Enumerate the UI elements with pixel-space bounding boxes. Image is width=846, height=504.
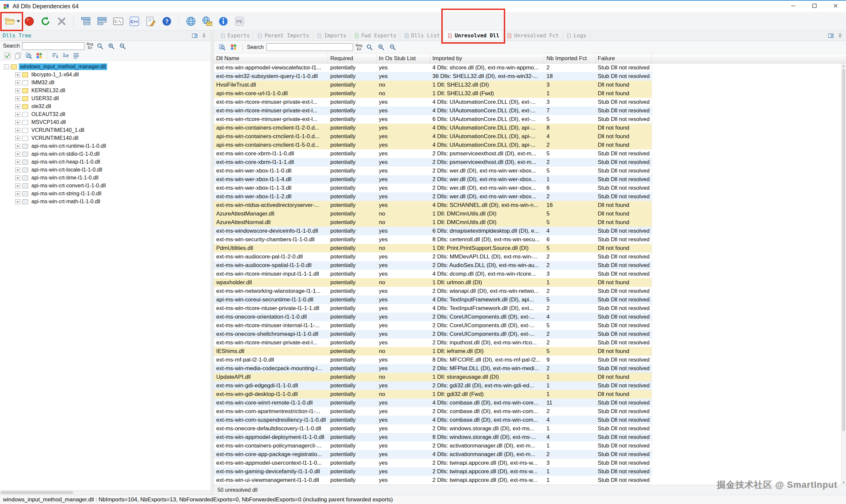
table-row[interactable]: ext-ms-win-wer-xbox-l1-1-2.dllpotentiall…	[214, 192, 652, 201]
table-row[interactable]: PdmUtilities.dllpotentiallyno1 Dll: Prin…	[214, 244, 652, 252]
expand-toggle[interactable]: +	[15, 191, 20, 196]
table-row[interactable]: ext-ms-win-appmodel-usercontext-l1-1-0..…	[214, 459, 652, 467]
expand-toggle[interactable]: +	[15, 199, 20, 204]
table-row[interactable]: api-ms-win-containers-cmclient-l1-5-0.d.…	[214, 141, 652, 149]
tree-item[interactable]: +KERNEL32.dll	[0, 87, 211, 94]
table-row[interactable]: ext-ms-win-ntdsa-activedirectoryserver-.…	[214, 201, 652, 210]
tree-item[interactable]: +api-ms-win-crt-string-l1-1-0.dll	[0, 190, 211, 198]
tree-item[interactable]: +api-ms-win-crt-heap-l1-1-0.dll	[0, 158, 211, 166]
dock-layout-icon[interactable]	[191, 32, 199, 40]
table-row[interactable]: ext-ms-win-oobe-query-l1-1-0.dllpotentia…	[214, 485, 652, 485]
expand-toggle[interactable]: +	[15, 128, 20, 133]
tree-item[interactable]: +api-ms-win-crt-locale-l1-1-0.dll	[0, 166, 211, 174]
table-row[interactable]: IEShims.dllpotentiallyno1 Dll: ieframe.d…	[214, 347, 652, 356]
tree-item[interactable]: +MSVCP140.dll	[0, 118, 211, 126]
table-row[interactable]: api-ms-win-containers-cmclient-l1-1-0.d.…	[214, 132, 652, 141]
table-row[interactable]: ext-ms-win-rtcore-ntuser-private-l1-1-1.…	[214, 304, 652, 313]
export-grid-icon[interactable]	[229, 43, 238, 52]
edit-config-button[interactable]	[143, 14, 158, 29]
tree-item[interactable]: +USER32.dll	[0, 94, 211, 103]
tree-node-label[interactable]: api-ms-win-crt-time-l1-1-0.dll	[30, 175, 100, 181]
collapse-tree-button[interactable]	[94, 14, 109, 29]
tree-node-label[interactable]: api-ms-win-crt-heap-l1-1-0.dll	[30, 159, 102, 165]
tree-item[interactable]: -windows_input_method_manager.dll	[0, 63, 211, 71]
tab-imports[interactable]: Imports	[313, 31, 350, 41]
table-row[interactable]: ext-ms-win-rtcore-minuser-private-ext-l.…	[214, 338, 652, 347]
tree-node-label[interactable]: windows_input_method_manager.dll	[19, 64, 107, 70]
tree-item[interactable]: +VCRUNTIME140.dll	[0, 134, 211, 142]
table-row[interactable]: ext-ms-win-core-xbrm-l1-1-1.dllpotential…	[214, 158, 652, 166]
tab-logs[interactable]: Logs	[563, 31, 591, 41]
check-all-icon[interactable]	[3, 51, 12, 60]
tree-node-label[interactable]: VCRUNTIME140.dll	[30, 135, 80, 141]
table-row[interactable]: ext-ms-win-audiocore-spatial-l1-1-0.dllp…	[214, 261, 652, 270]
table-row[interactable]: api-ms-win-core-url-l1-1-0.dllpotentiall…	[214, 89, 652, 98]
flat-list-icon[interactable]	[72, 51, 81, 60]
tree-node-label[interactable]: IMM32.dll	[30, 79, 56, 86]
expand-toggle[interactable]: +	[15, 136, 20, 141]
table-row[interactable]: ext-ms-win-audiocore-pal-l1-2-0.dllpoten…	[214, 252, 652, 261]
table-row[interactable]: ext-ms-win-security-chambers-l1-1-0.dllp…	[214, 235, 652, 244]
expand-toggle[interactable]: +	[15, 183, 20, 188]
table-row[interactable]: ext-ms-win32-subsystem-query-l1-1-0.dllp…	[214, 72, 652, 80]
table-row[interactable]: ext-ms-win-wer-xbox-l1-1-3.dllpotentiall…	[214, 184, 652, 192]
tree-node-label[interactable]: api-ms-win-crt-string-l1-1-0.dll	[30, 191, 103, 197]
table-row[interactable]: AzureAttestManager.dllpotentiallyno1 Dll…	[214, 210, 652, 218]
minimize-button[interactable]	[782, 1, 804, 12]
table-row[interactable]: HvsiFileTrust.dllpotentiallyno1 Dll: SHE…	[214, 80, 652, 89]
table-row[interactable]: ext-ms-win-rtcore-minuser-private-ext-l.…	[214, 98, 652, 106]
expand-toggle[interactable]: +	[15, 88, 20, 93]
table-row[interactable]: ext-ms-win-rtcore-minuser-private-ext-l.…	[214, 106, 652, 115]
tree-node-label[interactable]: ole32.dll	[30, 103, 53, 110]
table-row[interactable]: wpaxholder.dllpotentiallyno1 Dll: urlmon…	[214, 278, 652, 287]
tree-item[interactable]: +api-ms-win-crt-math-l1-1-0.dll	[0, 198, 211, 205]
table-row[interactable]: ext-ms-win-gdi-desktop-l1-1-0.dllpotenti…	[214, 390, 652, 399]
search-prev-icon[interactable]	[118, 42, 127, 51]
table-row[interactable]: ext-ms-onecore-orientation-l1-1-0.dllpot…	[214, 313, 652, 321]
about-button[interactable]	[216, 14, 230, 29]
tree-node-label[interactable]: OLEAUT32.dll	[30, 111, 67, 118]
website-button[interactable]	[183, 14, 198, 29]
expand-toggle[interactable]: +	[15, 144, 20, 149]
collapse-list-icon[interactable]	[61, 51, 70, 60]
tree-node-label[interactable]: api-ms-win-crt-convert-l1-1-0.dll	[30, 182, 107, 189]
scrollbar-thumb[interactable]	[842, 69, 845, 431]
column-header-required[interactable]: Required	[328, 54, 377, 63]
pin-icon[interactable]	[200, 32, 208, 40]
open-file-button[interactable]	[3, 14, 17, 29]
table-row[interactable]: ext-ms-win-ui-viewmanagement-l1-1-0.dllp…	[214, 476, 652, 485]
tab-parent-imports[interactable]: Parent Imports	[254, 31, 313, 41]
tree-node-label[interactable]: KERNEL32.dll	[30, 87, 67, 94]
expand-tree-button[interactable]	[78, 14, 93, 29]
tree-search-input[interactable]	[22, 42, 84, 50]
search-next-icon[interactable]	[107, 42, 116, 51]
table-row[interactable]: ext-ms-windowscore-deviceinfo-l1-1-0.dll…	[214, 227, 652, 235]
tree-item[interactable]: +IMM32.dll	[0, 79, 211, 87]
table-row[interactable]: ext-ms-win-core-winrt-remote-l1-1-0.dllp…	[214, 399, 652, 407]
tree-item[interactable]: +libcrypto-1_1-x64.dll	[0, 71, 211, 79]
column-header-nb_imported_fct[interactable]: Nb Imported Fct	[544, 54, 595, 63]
table-row[interactable]: ext-ms-win-core-app-package-registratio.…	[214, 450, 652, 459]
expand-toggle[interactable]: +	[15, 160, 20, 165]
scrollbar-thumb[interactable]	[1, 491, 73, 494]
regex-toggle[interactable]: Reg Ex	[356, 43, 362, 51]
expand-toggle[interactable]: +	[15, 96, 20, 101]
tree-node-label[interactable]: api-ms-win-crt-math-l1-1-0.dll	[30, 198, 102, 205]
table-row[interactable]: ext-ms-win-gdi-edgegdi-l1-1-0.dllpotenti…	[214, 381, 652, 390]
tree-node-label[interactable]: api-ms-win-crt-stdio-l1-1-0.dll	[30, 151, 101, 157]
stop-analysis-button[interactable]	[22, 14, 36, 29]
scroll-up-icon[interactable]: ▲	[841, 64, 846, 68]
table-row[interactable]: ext-ms-win-rtcore-minuser-private-ext-l.…	[214, 115, 652, 124]
console-button[interactable]: C:\	[111, 14, 125, 29]
tree-node-label[interactable]: VCRUNTIME140_1.dll	[30, 127, 86, 133]
tree-horizontal-scrollbar[interactable]	[0, 490, 211, 495]
table-row[interactable]: api-ms-win-coreui-secruntime-l1-1-0.dllp…	[214, 295, 652, 304]
dock-layout-icon[interactable]	[827, 32, 835, 40]
tree-node-label[interactable]: USER32.dll	[30, 95, 60, 102]
expand-toggle[interactable]: +	[15, 120, 20, 125]
tree-node-label[interactable]: api-ms-win-crt-locale-l1-1-0.dll	[30, 166, 104, 173]
tree-item[interactable]: +api-ms-win-crt-convert-l1-1-0.dll	[0, 182, 211, 190]
panel-splitter[interactable]	[211, 31, 214, 495]
tab-unresolved-dll[interactable]: Unresolved Dll	[444, 31, 503, 41]
table-vertical-scrollbar[interactable]: ▲ ▼	[841, 64, 846, 485]
